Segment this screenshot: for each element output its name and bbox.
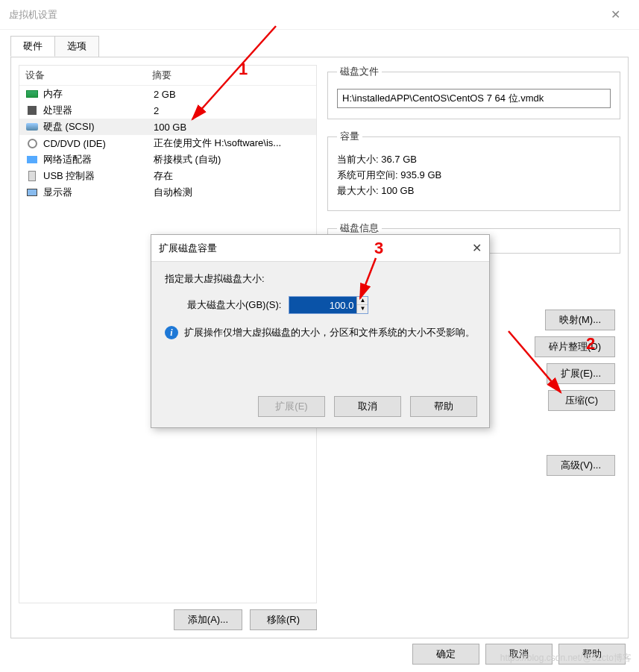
max-size-field-row: 最大磁盘大小(GB)(S): ▲ ▼: [187, 296, 476, 314]
disk-file-field[interactable]: H:\installedAPP\CentOS\CentOS 7 64 位.vmd…: [337, 89, 611, 108]
disk-file-group: 磁盘文件 H:\installedAPP\CentOS\CentOS 7 64 …: [327, 65, 620, 119]
hardware-row-memory[interactable]: 内存 2 GB: [19, 86, 316, 102]
remove-button[interactable]: 移除(R): [250, 609, 317, 630]
hardware-row-disk[interactable]: 硬盘 (SCSI) 100 GB: [19, 119, 316, 135]
hardware-row-display[interactable]: 显示器 自动检测: [19, 184, 316, 201]
max-size-label: 最大磁盘大小(GB)(S):: [187, 298, 281, 312]
window-titlebar: 虚拟机设置 ✕: [0, 0, 639, 30]
hardware-row-usb[interactable]: USB 控制器 存在: [19, 168, 316, 184]
hardware-list-header: 设备 摘要: [19, 66, 316, 86]
compact-button[interactable]: 压缩(C): [548, 390, 615, 411]
dialog-buttons: 扩展(E) 取消 帮助: [258, 396, 477, 417]
dialog-titlebar: 扩展磁盘容量 ✕: [151, 235, 489, 262]
col-device: 设备: [25, 69, 152, 82]
hardware-row-network[interactable]: 网络适配器 桥接模式 (自动): [19, 151, 316, 168]
dialog-info: i 扩展操作仅增大虚拟磁盘的大小，分区和文件系统的大小不受影响。: [165, 326, 476, 339]
free-space: 系统可用空间: 935.9 GB: [337, 169, 611, 182]
add-button[interactable]: 添加(A)...: [174, 609, 242, 630]
capacity-group: 容量 当前大小: 36.7 GB 系统可用空间: 935.9 GB 最大大小: …: [327, 130, 620, 211]
spinner-down-icon[interactable]: ▼: [357, 305, 368, 313]
expand-button[interactable]: 扩展(E)...: [547, 363, 615, 384]
dialog-title: 扩展磁盘容量: [159, 242, 217, 255]
ram-icon: [25, 89, 39, 99]
tabs: 硬件 选项: [10, 36, 639, 57]
current-size: 当前大小: 36.7 GB: [337, 153, 611, 166]
disk-file-legend: 磁盘文件: [337, 65, 382, 78]
max-size-input[interactable]: [289, 297, 356, 313]
hardware-row-cpu[interactable]: 处理器 2: [19, 102, 316, 119]
advanced-button[interactable]: 高级(V)...: [547, 455, 615, 476]
col-summary: 摘要: [152, 69, 171, 82]
info-icon: i: [165, 326, 178, 339]
display-icon: [25, 187, 39, 198]
dialog-close-icon[interactable]: ✕: [472, 241, 482, 255]
max-size-spinner[interactable]: ▲ ▼: [289, 296, 368, 314]
window-title: 虚拟机设置: [9, 8, 57, 22]
hardware-row-cddvd[interactable]: CD/DVD (IDE) 正在使用文件 H:\software\is...: [19, 135, 316, 151]
defrag-button[interactable]: 碎片整理(D): [535, 336, 615, 357]
spinner-buttons[interactable]: ▲ ▼: [356, 297, 368, 313]
disk-utilities: 映射(M)... 碎片整理(D) 扩展(E)... 压缩(C): [535, 310, 615, 411]
capacity-legend: 容量: [337, 130, 362, 143]
map-button[interactable]: 映射(M)...: [545, 310, 615, 330]
ok-button[interactable]: 确定: [412, 644, 479, 665]
usb-icon: [25, 171, 39, 181]
dialog-info-text: 扩展操作仅增大虚拟磁盘的大小，分区和文件系统的大小不受影响。: [184, 326, 475, 339]
max-size: 最大大小: 100 GB: [337, 184, 611, 198]
cd-icon: [25, 138, 39, 148]
tab-options[interactable]: 选项: [54, 36, 99, 57]
disk-info-legend: 磁盘信息: [337, 222, 382, 235]
close-icon[interactable]: ✕: [600, 7, 630, 22]
expand-dialog: 扩展磁盘容量 ✕ 指定最大虚拟磁盘大小: 最大磁盘大小(GB)(S): ▲ ▼ …: [151, 234, 490, 428]
cpu-icon: [25, 105, 39, 116]
tab-hardware[interactable]: 硬件: [10, 36, 55, 57]
dialog-prompt: 指定最大虚拟磁盘大小:: [165, 272, 476, 286]
dialog-help-button[interactable]: 帮助: [410, 396, 477, 417]
network-icon: [25, 154, 39, 165]
watermark: https://blog.csdn.net/@51cto博客: [500, 652, 632, 665]
spinner-up-icon[interactable]: ▲: [357, 297, 368, 305]
dialog-expand-button[interactable]: 扩展(E): [258, 396, 325, 417]
dialog-cancel-button[interactable]: 取消: [334, 396, 401, 417]
hdd-icon: [25, 122, 39, 132]
